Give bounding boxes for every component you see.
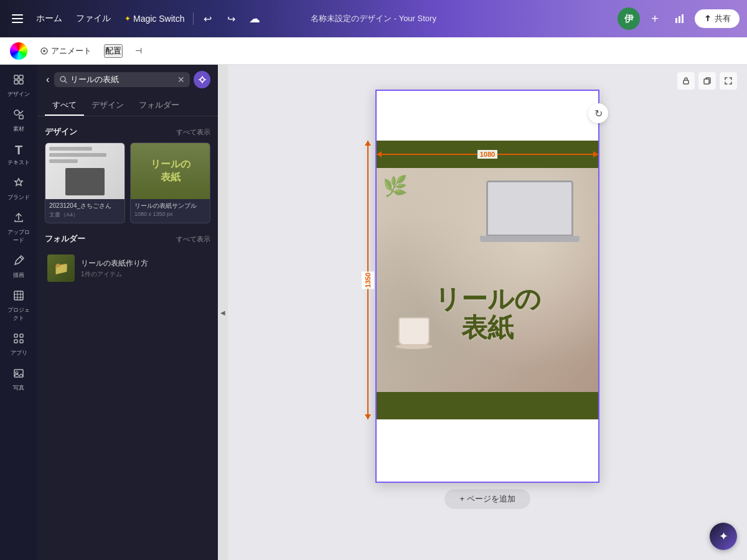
custom-tool-button[interactable]: ⊣	[130, 44, 147, 58]
sidebar-item-project[interactable]: プロジェクト	[2, 286, 35, 326]
upload-label: アップロード	[5, 228, 32, 245]
home-button[interactable]: ホーム	[31, 11, 67, 27]
layout-button[interactable]: 配置	[104, 44, 123, 58]
design-card-1-info: 20231204_さちごさん 文書（A4）	[45, 199, 125, 223]
height-label: 1350	[362, 271, 374, 289]
hamburger-line	[12, 18, 23, 19]
mock-bar	[49, 147, 92, 151]
photos-icon	[12, 367, 25, 383]
back-button[interactable]: ‹	[45, 73, 50, 86]
sidebar-item-draw[interactable]: 描画	[2, 251, 35, 283]
svg-rect-11	[14, 291, 23, 300]
sidebar-icons: デザイン 素材 T テキスト ブランド	[0, 65, 37, 560]
cup-saucer	[395, 344, 433, 349]
laptop-screen	[486, 180, 573, 236]
design-show-all-button[interactable]: すべて表示	[176, 128, 210, 137]
canvas-wrapper: ↻ 1350	[228, 65, 747, 560]
text-icon: T	[15, 143, 22, 157]
add-page-button[interactable]: + ページを追加	[444, 489, 530, 509]
undo-button[interactable]: ↩	[197, 9, 217, 29]
canvas-image-section: 🌿 リールの 表紙	[377, 168, 598, 392]
sidebar-item-design[interactable]: デザイン	[2, 70, 35, 102]
topbar-right: 伊 + 共有	[618, 7, 740, 30]
lock-canvas-button[interactable]	[677, 72, 695, 90]
mock-bar	[49, 153, 106, 157]
svg-rect-2	[682, 14, 684, 23]
horizontal-dim-arrow-left	[377, 151, 382, 157]
svg-rect-19	[20, 340, 23, 343]
main-content: デザイン 素材 T テキスト ブランド	[0, 65, 747, 560]
folder-section: フォルダー すべて表示 📁 リールの表紙作り方 1件のアイテム	[45, 233, 210, 287]
sidebar-item-photos[interactable]: 写真	[2, 363, 35, 396]
tab-design[interactable]: デザイン	[84, 95, 131, 116]
add-collaborator-button[interactable]: +	[645, 9, 665, 29]
brand-label: ブランド	[7, 194, 30, 202]
design-card-1-meta: 文書（A4）	[49, 211, 121, 219]
sidebar-item-apps[interactable]: アプリ	[2, 329, 35, 361]
tab-folder[interactable]: フォルダー	[131, 95, 187, 116]
sidebar-item-brand[interactable]: ブランド	[2, 173, 35, 205]
folder-icon: 📁	[54, 261, 69, 276]
expand-canvas-button[interactable]	[720, 72, 737, 90]
folder-show-all-button[interactable]: すべて表示	[176, 235, 210, 244]
search-filter-button[interactable]	[194, 71, 210, 88]
magic-ai-button[interactable]: ✦	[710, 523, 737, 550]
tab-all[interactable]: すべて	[45, 95, 84, 116]
plant-decoration: 🌿	[383, 174, 408, 198]
canvas-content: 1350 1080	[377, 141, 598, 419]
folder-item-1[interactable]: 📁 リールの表紙作り方 1件のアイテム	[45, 250, 210, 287]
design-card-1[interactable]: 20231204_さちごさん 文書（A4）	[45, 142, 125, 223]
lock-icon	[682, 77, 690, 85]
design-canvas[interactable]: ↻ 1350	[375, 90, 599, 483]
magic-star-icon: ✦	[125, 14, 131, 23]
horizontal-dim-arrow-right	[593, 151, 598, 157]
redo-button[interactable]: ↪	[221, 9, 241, 29]
svg-rect-29	[684, 80, 688, 84]
design-icon	[12, 73, 25, 89]
share-button[interactable]: 共有	[695, 9, 740, 28]
stats-button[interactable]	[670, 9, 690, 29]
search-clear-button[interactable]: ✕	[177, 75, 185, 85]
svg-rect-8	[19, 80, 23, 84]
cup-decoration	[395, 317, 433, 355]
canvas-refresh-button[interactable]: ↻	[588, 103, 608, 123]
cloud-button[interactable]: ☁	[245, 9, 265, 29]
sidebar-item-sozai[interactable]: 素材	[2, 105, 35, 137]
canvas-controls	[677, 72, 737, 90]
duplicate-canvas-button[interactable]	[698, 72, 716, 90]
animate-button[interactable]: アニメート	[35, 43, 96, 59]
laptop-screen-inner	[488, 182, 571, 235]
svg-rect-6	[19, 75, 23, 79]
collapse-panel-button[interactable]: ◀	[218, 65, 228, 560]
design-card-2-meta: 1080 x 1350 px	[134, 211, 206, 217]
search-header: ‹ ✕	[37, 65, 218, 95]
mock-screen	[65, 168, 105, 195]
design-card-1-thumb	[45, 143, 125, 199]
svg-rect-7	[14, 80, 18, 84]
folder-section-header: フォルダー すべて表示	[45, 233, 210, 245]
document-title: 名称未設定のデザイン - Your Story	[311, 13, 436, 24]
folder-section-title: フォルダー	[45, 233, 85, 245]
search-input[interactable]	[70, 75, 175, 85]
draw-label: 描画	[13, 271, 24, 279]
topbar-divider	[193, 12, 194, 25]
color-palette-button[interactable]	[10, 42, 27, 60]
project-label: プロジェクト	[5, 306, 32, 322]
sidebar-item-upload[interactable]: アップロード	[2, 208, 35, 248]
topbar: ホーム ファイル ✦ Magic Switch ↩ ↪ ☁ 名称未設定のデザイン…	[0, 0, 747, 37]
canvas-area: ↻ 1350	[228, 65, 747, 560]
vertical-dimension: 1350	[360, 141, 375, 419]
cup-body	[398, 317, 430, 345]
file-button[interactable]: ファイル	[71, 11, 116, 27]
avatar-button[interactable]: 伊	[618, 7, 640, 30]
sozai-icon	[12, 108, 25, 124]
svg-rect-1	[679, 16, 680, 23]
menu-button[interactable]	[7, 9, 27, 29]
design-card-2[interactable]: リールの表紙 リールの表紙サンプル 1080 x 1350 px	[130, 142, 210, 223]
magic-switch-button[interactable]: ✦ Magic Switch	[120, 11, 189, 26]
sidebar-item-text[interactable]: T テキスト	[2, 139, 35, 170]
folder-thumb-inner: 📁	[47, 254, 75, 282]
design-card-2-thumb: リールの表紙	[131, 143, 210, 199]
design-card-2-name: リールの表紙サンプル	[134, 202, 206, 210]
design-card-1-name: 20231204_さちごさん	[49, 202, 121, 210]
